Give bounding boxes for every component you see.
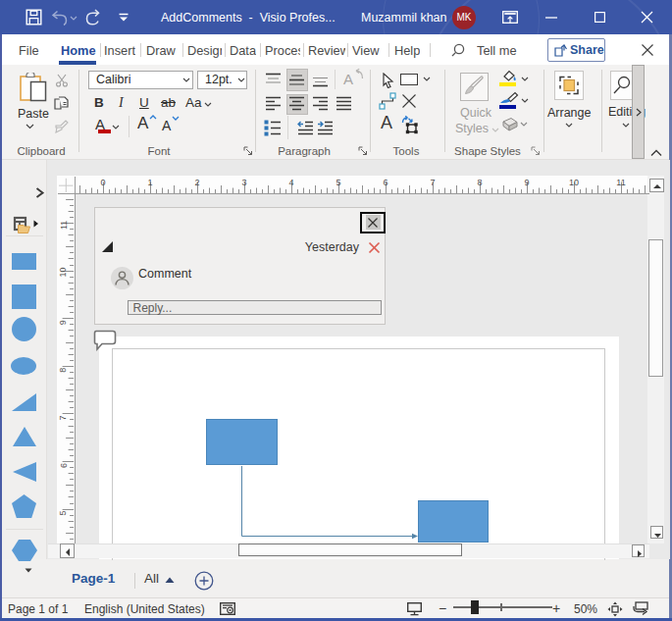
svg-text:9: 9 [524, 178, 529, 187]
svg-text:10: 10 [59, 268, 69, 278]
svg-text:5: 5 [59, 511, 69, 516]
svg-text:2: 2 [194, 178, 199, 187]
svg-text:1: 1 [147, 178, 152, 187]
svg-text:6: 6 [383, 178, 388, 187]
svg-text:9: 9 [59, 320, 69, 325]
svg-text:8: 8 [477, 178, 482, 187]
svg-text:11: 11 [616, 178, 625, 187]
svg-text:5: 5 [336, 178, 340, 187]
svg-text:7: 7 [430, 178, 435, 187]
svg-text:8: 8 [59, 368, 69, 373]
svg-text:3: 3 [241, 178, 246, 187]
svg-text:7: 7 [59, 415, 69, 420]
svg-text:10: 10 [569, 178, 579, 187]
svg-text:11: 11 [59, 221, 69, 230]
svg-text:4: 4 [288, 178, 293, 187]
svg-text:0: 0 [100, 178, 105, 187]
svg-text:6: 6 [59, 463, 69, 468]
